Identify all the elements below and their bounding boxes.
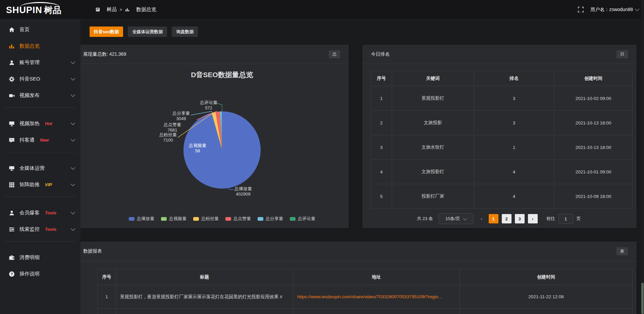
wallet-icon xyxy=(9,255,15,261)
panel-header: 展现量总数: 421,369 总 xyxy=(74,45,349,64)
sidebar-item-label: 会员爆客 xyxy=(19,210,40,216)
chevron-down-icon xyxy=(635,7,639,11)
sidebar-item-media-ops[interactable]: 全媒体运营 xyxy=(0,160,80,176)
table-cell: 1 xyxy=(98,285,116,309)
pie-label-shares: 总分享量3049 xyxy=(163,111,200,121)
user-menu[interactable]: 用户名：zswodun88 xyxy=(590,7,639,13)
tab-douyin-seo-data[interactable]: 抖音seo数据 xyxy=(90,27,123,37)
table-cell: 2021-10-01 09:00 xyxy=(554,160,633,184)
table-cell: 景观投影灯 xyxy=(392,86,474,111)
sidebar-item-video-publish[interactable]: 视频发布 xyxy=(0,87,80,104)
bars-icon xyxy=(9,43,15,49)
legend-item[interactable]: 总播放量 xyxy=(129,216,154,222)
scrollbar-thumb[interactable] xyxy=(641,283,644,314)
pie-chart-area: D音SEO数据量总览 总评论量572 总分享量3049 总点赞量7681 总粉丝… xyxy=(74,64,349,228)
breadcrumb-label: 数据总览 xyxy=(136,6,156,13)
question-icon: ? xyxy=(9,271,15,277)
sliders-icon xyxy=(9,226,15,232)
chevron-down-icon xyxy=(71,121,75,125)
sidebar-item-help[interactable]: ?操作说明 xyxy=(0,266,80,282)
sidebar-item-account[interactable]: 账号管理 xyxy=(0,54,80,71)
legend-label: 总播放量 xyxy=(137,216,154,222)
legend-item[interactable]: 总视频量 xyxy=(161,216,186,222)
sidebar-item-clue-monitor[interactable]: 线索监控Tools xyxy=(0,221,80,238)
table-cell: 5 xyxy=(371,184,392,209)
table-row xyxy=(98,309,633,314)
tab-row: 抖音seo数据全媒体运营数据询盘数据 xyxy=(90,27,198,37)
table-cell: 2021-10-02 09:00 xyxy=(554,86,633,111)
page-size-select[interactable]: 10条/页 xyxy=(438,213,473,224)
legend-label: 总分享量 xyxy=(266,216,283,222)
table-cell: 4 xyxy=(474,160,554,184)
column-header: 创建时间 xyxy=(554,71,633,86)
legend-item[interactable]: 总分享量 xyxy=(258,216,283,222)
column-header: 关键词 xyxy=(392,71,474,86)
table-row: 5投影灯厂家42021-10-09 18:00 xyxy=(371,184,633,209)
table-cell: 2021-11-22 12:08 xyxy=(460,285,633,309)
breadcrumb-separator: > xyxy=(120,7,122,12)
sidebar-item-badge: Tools xyxy=(45,210,56,215)
page-buttons: 123 xyxy=(489,214,525,223)
breadcrumb-item-data-overview[interactable]: 数据总览 xyxy=(125,6,156,13)
sidebar-item-label: 矩阵助推 xyxy=(19,181,40,188)
legend-label: 总点赞量 xyxy=(233,216,251,222)
legend-item[interactable]: 总评论量 xyxy=(290,216,315,222)
username-label: 用户名：zswodun88 xyxy=(590,7,633,13)
sidebar-item-douyin-seo[interactable]: 抖音SEO xyxy=(0,71,80,87)
gear-icon xyxy=(9,76,15,82)
sidebar-item-video-heat[interactable]: 视频加热Hot xyxy=(0,115,80,132)
sidebar-item-label: 操作说明 xyxy=(19,271,40,277)
sidebar-item-consume-detail[interactable]: 消费明细 xyxy=(0,249,80,266)
next-page-button[interactable]: › xyxy=(528,214,538,223)
legend-swatch xyxy=(129,217,135,221)
column-header: 序号 xyxy=(98,269,116,285)
legend-swatch xyxy=(258,217,263,221)
page-scrollbar[interactable] xyxy=(641,0,644,314)
chevron-down-icon xyxy=(71,76,75,81)
panel-badge-day[interactable]: 日 xyxy=(616,50,628,58)
table-row: 1景观投影灯，夜游景观投影灯厂家展示展示落花灯在花园里的灯光投影应用效果 #ht… xyxy=(98,285,633,309)
sidebar-item-douketong[interactable]: 抖客通New xyxy=(0,132,80,148)
chevron-down-icon xyxy=(71,226,75,231)
tab-media-ops-data[interactable]: 全媒体运营数据 xyxy=(128,27,167,37)
sidebar-item-data-overview[interactable]: 数据总览 xyxy=(0,38,80,54)
user-icon xyxy=(9,60,15,66)
sidebar-item-badge: VIP xyxy=(45,182,52,187)
sidebar-item-home[interactable]: 首页 xyxy=(0,21,80,38)
panel-badge-total[interactable]: 总 xyxy=(329,50,340,58)
prev-page-button[interactable]: ‹ xyxy=(479,215,484,222)
app-root: SHUPIN 树品 树品 > 数据总览 用户名：zswodun88 xyxy=(0,0,644,314)
report-link[interactable]: https://www.iesdouyin.com/share/video/70… xyxy=(293,285,460,309)
page-button-2[interactable]: 2 xyxy=(502,214,512,223)
tab-inquiry-data[interactable]: 询盘数据 xyxy=(172,27,198,37)
publish-icon xyxy=(9,93,15,99)
report-table: 序号标题地址创建时间 1景观投影灯，夜游景观投影灯厂家展示展示落花灯在花园里的灯… xyxy=(97,269,633,314)
legend-item[interactable]: 总粉丝量 xyxy=(193,216,219,222)
sidebar-item-label: 线索监控 xyxy=(19,226,40,232)
table-cell: 1 xyxy=(371,86,392,111)
legend-item[interactable]: 总点赞量 xyxy=(225,216,251,222)
breadcrumb-item-shupin[interactable]: 树品 xyxy=(96,6,117,13)
panel-header: 数据报表 表 xyxy=(74,242,637,261)
goto-page-input[interactable] xyxy=(558,214,573,224)
sidebar-item-label: 抖客通 xyxy=(19,137,35,143)
legend-label: 总视频量 xyxy=(169,216,186,222)
sidebar-item-member-burst[interactable]: 会员爆客Tools xyxy=(0,205,80,221)
top-header: SHUPIN 树品 树品 > 数据总览 用户名：zswodun88 xyxy=(0,0,644,19)
sidebar-item-matrix-boost[interactable]: 矩阵助推VIP xyxy=(0,176,80,193)
sidebar-item-label: 账号管理 xyxy=(19,59,40,66)
panel-badge-table[interactable]: 表 xyxy=(616,247,628,255)
fullscreen-icon[interactable] xyxy=(578,7,584,12)
home-icon xyxy=(9,27,15,33)
sidebar-item-label: 视频发布 xyxy=(19,92,40,99)
legend-swatch xyxy=(161,217,167,221)
report-title-cell: 景观投影灯，夜游景观投影灯厂家展示展示落花灯在花园里的灯光投影应用效果 # xyxy=(116,285,293,309)
page-button-1[interactable]: 1 xyxy=(489,214,498,223)
panel-seo-overview: 展现量总数: 421,369 总 D音SEO数据量总览 总评论量572 总分享量… xyxy=(74,45,349,228)
page-button-3[interactable]: 3 xyxy=(515,214,525,223)
table-cell: 4 xyxy=(474,184,554,209)
column-header: 标题 xyxy=(116,269,293,285)
logo-arc xyxy=(20,2,60,7)
table-header-row: 序号标题地址创建时间 xyxy=(98,269,633,285)
monitor-icon xyxy=(9,165,15,171)
